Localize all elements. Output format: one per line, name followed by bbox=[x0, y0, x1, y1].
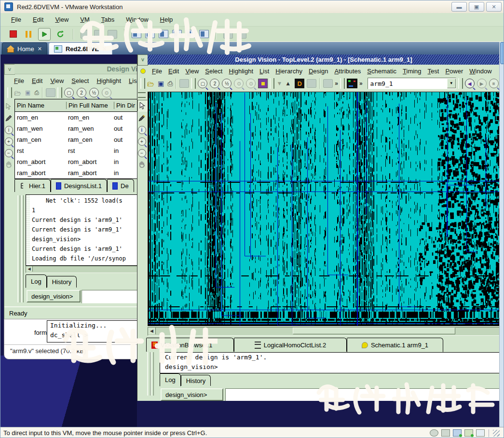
pan-hand-icon[interactable] bbox=[4, 160, 13, 169]
splitter-handle[interactable] bbox=[17, 195, 20, 302]
tab-hier[interactable]: Hier.1 bbox=[14, 179, 51, 192]
zoom-back-icon[interactable]: ⊙ bbox=[102, 88, 111, 97]
menu-file[interactable]: File bbox=[14, 77, 24, 84]
zoom-select-icon[interactable]: ▢ bbox=[198, 79, 207, 88]
dc-shell-console[interactable]: Initializing... dc_shell > bbox=[47, 320, 142, 342]
tab-history[interactable]: History bbox=[47, 276, 77, 287]
menu-list[interactable]: List bbox=[259, 68, 269, 75]
minimize-icon[interactable]: ▬ bbox=[451, 2, 467, 12]
menu-help[interactable]: Help bbox=[160, 16, 173, 23]
scroll-thumb[interactable] bbox=[500, 42, 504, 64]
fg-window-title[interactable]: Design Vision - TopLevel.2 (arm9_1) - [S… bbox=[148, 55, 499, 65]
chevron-down-icon[interactable]: ▼ bbox=[447, 79, 456, 88]
tab-designslist[interactable]: DesignsList.1 bbox=[51, 179, 107, 192]
save-icon[interactable]: ▣ bbox=[158, 80, 164, 87]
menu-highlight[interactable]: Highlight bbox=[229, 68, 253, 75]
tab-red26dvevm[interactable]: Red2.6DVE ✕ bbox=[49, 42, 112, 55]
capture-icon[interactable] bbox=[223, 30, 233, 39]
menu-select[interactable]: Select bbox=[71, 77, 89, 84]
tab-history[interactable]: History bbox=[181, 375, 211, 386]
menu-timing[interactable]: Timing bbox=[403, 68, 422, 75]
file-browser-fragment[interactable]: formali Initializing... dc_shell > "arm9… bbox=[4, 319, 143, 359]
select-arrow-icon[interactable] bbox=[4, 102, 13, 111]
play-icon[interactable] bbox=[38, 28, 51, 41]
menu-attributes[interactable]: Attributes bbox=[334, 68, 361, 75]
tab-logical-homo-clct-list[interactable]: LogicalHomoClctList.2 bbox=[234, 338, 347, 352]
close-icon[interactable]: ✕ bbox=[486, 2, 502, 12]
back-icon[interactable]: ◀ bbox=[465, 79, 475, 88]
properties-icon[interactable] bbox=[179, 79, 189, 88]
scroll-left-icon[interactable]: ◀ bbox=[26, 266, 33, 272]
menu-vm[interactable]: VM bbox=[80, 16, 90, 23]
reset-icon[interactable] bbox=[54, 28, 66, 40]
tab-violation-browser[interactable]: DRT? ViolationBrowser.1 bbox=[146, 338, 234, 352]
fullscreen-icon[interactable] bbox=[159, 30, 168, 38]
zoom-half-icon[interactable]: ½ bbox=[222, 79, 232, 88]
window-menu-icon[interactable]: v bbox=[4, 64, 15, 75]
zoom-2x-icon[interactable]: 2 bbox=[77, 88, 86, 97]
print-icon[interactable]: ⎙ bbox=[34, 89, 39, 96]
menu-power[interactable]: Power bbox=[445, 68, 463, 75]
tab-schematic[interactable]: Schematic.1 arm9_1 bbox=[347, 338, 443, 352]
menu-view[interactable]: View bbox=[185, 68, 199, 75]
zoom-in-icon[interactable]: + bbox=[4, 137, 13, 146]
bg-log-view[interactable]: Net 'clk': 1552 load(s 1 Current design … bbox=[26, 194, 137, 266]
menu-window[interactable]: Window bbox=[126, 16, 148, 23]
cdrom-icon[interactable] bbox=[430, 429, 438, 437]
save-icon[interactable]: ▣ bbox=[25, 89, 30, 96]
table-row[interactable]: ram_abortram_abortin bbox=[15, 167, 137, 178]
scroll-left-icon[interactable]: ◀ bbox=[148, 328, 156, 334]
up-icon[interactable]: ≡ bbox=[489, 79, 499, 88]
menu-view[interactable]: View bbox=[50, 77, 64, 84]
pin-table[interactable]: Pin Name Pin Full Name Pin Dir rom_enrom… bbox=[14, 99, 137, 179]
menu-edit[interactable]: Edit bbox=[168, 68, 179, 75]
zoom-back-icon[interactable]: ⊙ bbox=[234, 79, 244, 88]
network-icon[interactable] bbox=[453, 429, 462, 437]
zoom-half-icon[interactable]: ½ bbox=[89, 88, 99, 97]
print-icon[interactable]: ⎙ bbox=[167, 80, 173, 88]
pencil-icon[interactable] bbox=[137, 113, 146, 123]
overflow-chevron[interactable]: » bbox=[359, 80, 363, 87]
schematic-hscrollbar[interactable]: ◀ bbox=[148, 327, 499, 336]
console-vscrollbar[interactable] bbox=[499, 42, 504, 427]
col-pin-name[interactable]: Pin Name bbox=[15, 102, 67, 109]
table-row[interactable]: rstrstin bbox=[15, 145, 137, 156]
menu-edit[interactable]: Edit bbox=[33, 16, 43, 23]
record-icon[interactable] bbox=[237, 30, 246, 39]
maximize-icon[interactable]: ▣ bbox=[469, 2, 484, 12]
path-schematic-icon[interactable] bbox=[323, 79, 333, 88]
vmware-titlebar[interactable]: Red2.6DVEVM - VMware Workstation ▬ ▣ ✕ bbox=[0, 0, 504, 14]
map-icon[interactable] bbox=[347, 79, 357, 88]
appliance-icon[interactable] bbox=[199, 30, 209, 38]
menu-view[interactable]: View bbox=[55, 16, 68, 23]
tab-de[interactable]: De bbox=[107, 179, 134, 192]
window-menu-icon[interactable]: v bbox=[137, 55, 148, 66]
pause-icon[interactable] bbox=[23, 28, 34, 40]
menu-hierarchy[interactable]: Hierarchy bbox=[275, 68, 302, 75]
symbol-view-icon[interactable] bbox=[307, 79, 316, 88]
menu-test[interactable]: Test bbox=[428, 68, 439, 75]
stop-icon[interactable] bbox=[7, 28, 19, 40]
show-sidebar-icon[interactable] bbox=[132, 30, 141, 38]
summary-view-icon[interactable] bbox=[186, 30, 195, 38]
zoom-in-icon[interactable]: + bbox=[137, 137, 146, 146]
schematic-canvas[interactable] bbox=[148, 92, 499, 326]
console-view-icon[interactable] bbox=[145, 30, 155, 38]
info-icon[interactable]: i bbox=[137, 125, 146, 135]
select-arrow-icon[interactable] bbox=[137, 100, 148, 111]
fg-log-view[interactable]: Current design is 'arm9_1'. design_visio… bbox=[160, 352, 499, 373]
pan-hand-icon[interactable] bbox=[137, 160, 146, 169]
scroll-thumb[interactable] bbox=[293, 328, 455, 334]
tab-home[interactable]: Home ✕ bbox=[2, 42, 47, 55]
vm-console-screen[interactable]: v Design Vi File Edit View Select Highli… bbox=[0, 55, 499, 427]
open-icon[interactable]: 🗁 bbox=[14, 89, 21, 97]
overflow-chevron[interactable]: » bbox=[335, 80, 338, 87]
table-row[interactable]: rom_enrom_enout bbox=[15, 112, 137, 123]
manage-snapshots-icon[interactable] bbox=[108, 30, 117, 39]
design-combobox[interactable]: arm9_1 ▼ bbox=[368, 78, 456, 89]
menu-file[interactable]: File bbox=[152, 68, 162, 75]
menu-highlight[interactable]: Highlight bbox=[96, 77, 121, 84]
tab-log[interactable]: Log bbox=[160, 373, 181, 386]
forward-icon[interactable]: ▶ bbox=[477, 79, 487, 88]
bg-command-input[interactable] bbox=[82, 290, 137, 303]
